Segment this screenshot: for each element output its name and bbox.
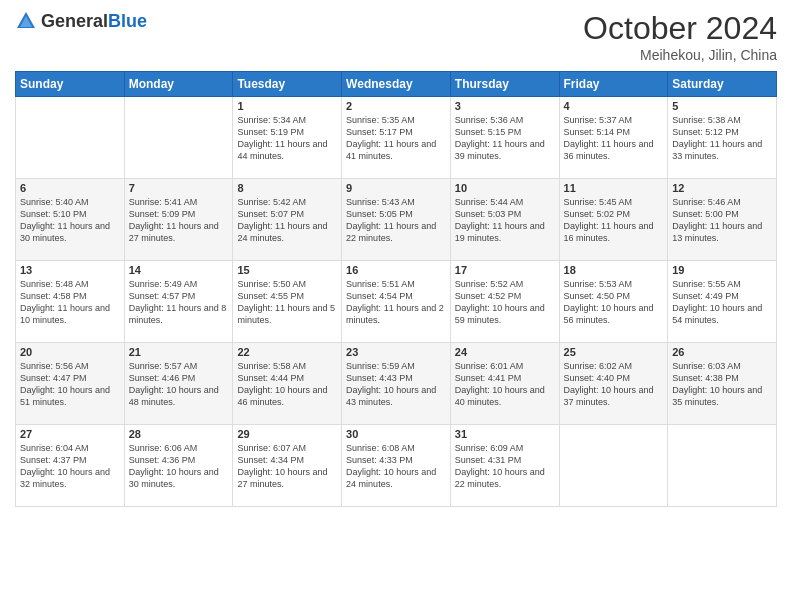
calendar-cell: 26Sunrise: 6:03 AM Sunset: 4:38 PM Dayli… [668, 343, 777, 425]
day-info: Sunrise: 5:34 AM Sunset: 5:19 PM Dayligh… [237, 114, 337, 163]
month-title: October 2024 [583, 10, 777, 47]
calendar-cell: 23Sunrise: 5:59 AM Sunset: 4:43 PM Dayli… [342, 343, 451, 425]
calendar-cell: 25Sunrise: 6:02 AM Sunset: 4:40 PM Dayli… [559, 343, 668, 425]
calendar-cell: 7Sunrise: 5:41 AM Sunset: 5:09 PM Daylig… [124, 179, 233, 261]
calendar-cell: 21Sunrise: 5:57 AM Sunset: 4:46 PM Dayli… [124, 343, 233, 425]
calendar-cell: 13Sunrise: 5:48 AM Sunset: 4:58 PM Dayli… [16, 261, 125, 343]
calendar-cell: 22Sunrise: 5:58 AM Sunset: 4:44 PM Dayli… [233, 343, 342, 425]
calendar-cell: 3Sunrise: 5:36 AM Sunset: 5:15 PM Daylig… [450, 97, 559, 179]
calendar-cell: 16Sunrise: 5:51 AM Sunset: 4:54 PM Dayli… [342, 261, 451, 343]
calendar-cell: 9Sunrise: 5:43 AM Sunset: 5:05 PM Daylig… [342, 179, 451, 261]
day-info: Sunrise: 6:04 AM Sunset: 4:37 PM Dayligh… [20, 442, 120, 491]
day-number: 11 [564, 182, 664, 194]
day-number: 8 [237, 182, 337, 194]
day-info: Sunrise: 5:49 AM Sunset: 4:57 PM Dayligh… [129, 278, 229, 327]
day-number: 4 [564, 100, 664, 112]
day-number: 9 [346, 182, 446, 194]
day-number: 10 [455, 182, 555, 194]
calendar-cell [16, 97, 125, 179]
day-number: 14 [129, 264, 229, 276]
calendar-cell [559, 425, 668, 507]
calendar-cell [668, 425, 777, 507]
day-info: Sunrise: 5:41 AM Sunset: 5:09 PM Dayligh… [129, 196, 229, 245]
calendar-cell: 18Sunrise: 5:53 AM Sunset: 4:50 PM Dayli… [559, 261, 668, 343]
day-info: Sunrise: 5:43 AM Sunset: 5:05 PM Dayligh… [346, 196, 446, 245]
header: GeneralBlue October 2024 Meihekou, Jilin… [15, 10, 777, 63]
logo-text: GeneralBlue [41, 11, 147, 32]
day-number: 6 [20, 182, 120, 194]
calendar-cell: 29Sunrise: 6:07 AM Sunset: 4:34 PM Dayli… [233, 425, 342, 507]
day-info: Sunrise: 5:46 AM Sunset: 5:00 PM Dayligh… [672, 196, 772, 245]
day-number: 3 [455, 100, 555, 112]
day-number: 2 [346, 100, 446, 112]
logo-general: General [41, 11, 108, 31]
page: GeneralBlue October 2024 Meihekou, Jilin… [0, 0, 792, 612]
day-number: 26 [672, 346, 772, 358]
title-block: October 2024 Meihekou, Jilin, China [583, 10, 777, 63]
day-info: Sunrise: 5:56 AM Sunset: 4:47 PM Dayligh… [20, 360, 120, 409]
day-number: 30 [346, 428, 446, 440]
col-friday: Friday [559, 72, 668, 97]
day-number: 7 [129, 182, 229, 194]
col-thursday: Thursday [450, 72, 559, 97]
calendar-cell [124, 97, 233, 179]
location: Meihekou, Jilin, China [583, 47, 777, 63]
col-wednesday: Wednesday [342, 72, 451, 97]
day-number: 31 [455, 428, 555, 440]
calendar-cell: 5Sunrise: 5:38 AM Sunset: 5:12 PM Daylig… [668, 97, 777, 179]
day-info: Sunrise: 5:45 AM Sunset: 5:02 PM Dayligh… [564, 196, 664, 245]
col-tuesday: Tuesday [233, 72, 342, 97]
calendar-cell: 2Sunrise: 5:35 AM Sunset: 5:17 PM Daylig… [342, 97, 451, 179]
day-number: 20 [20, 346, 120, 358]
logo-blue: Blue [108, 11, 147, 31]
calendar-cell: 17Sunrise: 5:52 AM Sunset: 4:52 PM Dayli… [450, 261, 559, 343]
day-number: 27 [20, 428, 120, 440]
calendar-week-row: 1Sunrise: 5:34 AM Sunset: 5:19 PM Daylig… [16, 97, 777, 179]
day-number: 28 [129, 428, 229, 440]
calendar-cell: 1Sunrise: 5:34 AM Sunset: 5:19 PM Daylig… [233, 97, 342, 179]
col-monday: Monday [124, 72, 233, 97]
day-info: Sunrise: 5:50 AM Sunset: 4:55 PM Dayligh… [237, 278, 337, 327]
day-info: Sunrise: 5:52 AM Sunset: 4:52 PM Dayligh… [455, 278, 555, 327]
day-number: 17 [455, 264, 555, 276]
calendar-cell: 11Sunrise: 5:45 AM Sunset: 5:02 PM Dayli… [559, 179, 668, 261]
calendar-week-row: 20Sunrise: 5:56 AM Sunset: 4:47 PM Dayli… [16, 343, 777, 425]
day-info: Sunrise: 5:48 AM Sunset: 4:58 PM Dayligh… [20, 278, 120, 327]
day-info: Sunrise: 5:53 AM Sunset: 4:50 PM Dayligh… [564, 278, 664, 327]
calendar-cell: 27Sunrise: 6:04 AM Sunset: 4:37 PM Dayli… [16, 425, 125, 507]
day-info: Sunrise: 6:09 AM Sunset: 4:31 PM Dayligh… [455, 442, 555, 491]
day-info: Sunrise: 6:02 AM Sunset: 4:40 PM Dayligh… [564, 360, 664, 409]
day-number: 22 [237, 346, 337, 358]
day-info: Sunrise: 5:59 AM Sunset: 4:43 PM Dayligh… [346, 360, 446, 409]
day-number: 25 [564, 346, 664, 358]
day-info: Sunrise: 5:58 AM Sunset: 4:44 PM Dayligh… [237, 360, 337, 409]
day-info: Sunrise: 5:37 AM Sunset: 5:14 PM Dayligh… [564, 114, 664, 163]
calendar-cell: 31Sunrise: 6:09 AM Sunset: 4:31 PM Dayli… [450, 425, 559, 507]
col-sunday: Sunday [16, 72, 125, 97]
calendar-cell: 4Sunrise: 5:37 AM Sunset: 5:14 PM Daylig… [559, 97, 668, 179]
day-info: Sunrise: 5:44 AM Sunset: 5:03 PM Dayligh… [455, 196, 555, 245]
day-number: 15 [237, 264, 337, 276]
day-info: Sunrise: 6:06 AM Sunset: 4:36 PM Dayligh… [129, 442, 229, 491]
day-number: 23 [346, 346, 446, 358]
day-info: Sunrise: 6:08 AM Sunset: 4:33 PM Dayligh… [346, 442, 446, 491]
calendar-cell: 24Sunrise: 6:01 AM Sunset: 4:41 PM Dayli… [450, 343, 559, 425]
calendar-week-row: 6Sunrise: 5:40 AM Sunset: 5:10 PM Daylig… [16, 179, 777, 261]
day-info: Sunrise: 5:55 AM Sunset: 4:49 PM Dayligh… [672, 278, 772, 327]
calendar-cell: 20Sunrise: 5:56 AM Sunset: 4:47 PM Dayli… [16, 343, 125, 425]
calendar-cell: 8Sunrise: 5:42 AM Sunset: 5:07 PM Daylig… [233, 179, 342, 261]
day-number: 21 [129, 346, 229, 358]
calendar-cell: 12Sunrise: 5:46 AM Sunset: 5:00 PM Dayli… [668, 179, 777, 261]
day-number: 18 [564, 264, 664, 276]
day-info: Sunrise: 5:36 AM Sunset: 5:15 PM Dayligh… [455, 114, 555, 163]
col-saturday: Saturday [668, 72, 777, 97]
calendar-week-row: 13Sunrise: 5:48 AM Sunset: 4:58 PM Dayli… [16, 261, 777, 343]
calendar-cell: 6Sunrise: 5:40 AM Sunset: 5:10 PM Daylig… [16, 179, 125, 261]
day-info: Sunrise: 6:07 AM Sunset: 4:34 PM Dayligh… [237, 442, 337, 491]
day-number: 5 [672, 100, 772, 112]
day-number: 13 [20, 264, 120, 276]
day-info: Sunrise: 5:40 AM Sunset: 5:10 PM Dayligh… [20, 196, 120, 245]
day-info: Sunrise: 5:38 AM Sunset: 5:12 PM Dayligh… [672, 114, 772, 163]
calendar-cell: 19Sunrise: 5:55 AM Sunset: 4:49 PM Dayli… [668, 261, 777, 343]
day-info: Sunrise: 6:03 AM Sunset: 4:38 PM Dayligh… [672, 360, 772, 409]
